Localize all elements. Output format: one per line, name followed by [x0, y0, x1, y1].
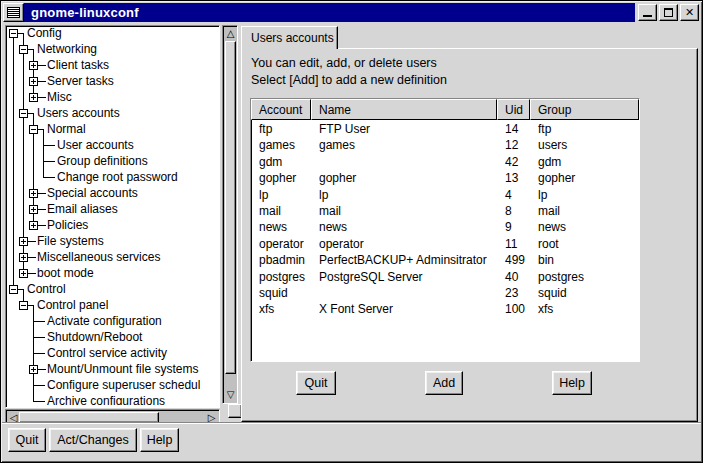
window-menu-button[interactable] [3, 3, 24, 22]
table-row[interactable]: operatoroperator11root [252, 236, 638, 252]
tree-item-networking[interactable]: Networking [37, 41, 97, 57]
cell-account: mail [252, 203, 312, 219]
app-window: gnome-linuxconf ✕ ConfigNetworkingClient… [0, 0, 703, 463]
cell-group: lp [531, 187, 638, 203]
tree-item-control-panel[interactable]: Control panel [37, 297, 108, 313]
tree-item-mount-unmount-file-systems[interactable]: Mount/Unmount file systems [47, 361, 198, 377]
cell-uid: 9 [498, 219, 531, 235]
expand-expander-icon[interactable] [29, 61, 38, 70]
scroll-down-arrow-icon[interactable]: ▽ [225, 389, 236, 401]
cell-name: lp [312, 187, 498, 203]
table-row[interactable]: gdm42gdm [252, 154, 638, 170]
cell-account: gdm [252, 154, 312, 170]
collapse-expander-icon[interactable] [19, 109, 28, 118]
table-row[interactable]: pbadminPerfectBACKUP+ Adminsitrator499bi… [252, 252, 638, 268]
expand-expander-icon[interactable] [19, 237, 28, 246]
tree-item-miscellaneous-services[interactable]: Miscellaneous services [37, 249, 160, 265]
table-row[interactable]: gamesgames12users [252, 137, 638, 153]
scroll-up-arrow-icon[interactable]: △ [225, 28, 236, 40]
tree-item-policies[interactable]: Policies [47, 217, 88, 233]
titlebar: gnome-linuxconf ✕ [3, 3, 700, 22]
expand-expander-icon[interactable] [29, 365, 38, 374]
cell-account: games [252, 137, 312, 153]
tree-item-normal[interactable]: Normal [47, 121, 86, 137]
close-button[interactable]: ✕ [680, 4, 699, 21]
tree-item-special-accounts[interactable]: Special accounts [47, 185, 138, 201]
tree-connector-line [38, 193, 46, 194]
vertical-scrollbar-thumb[interactable] [225, 41, 236, 374]
cell-account: squid [252, 285, 312, 301]
expand-expander-icon[interactable] [29, 205, 38, 214]
expand-expander-icon[interactable] [19, 269, 28, 278]
paned-resize-handle[interactable] [228, 404, 242, 418]
tree-connector-line [13, 33, 14, 289]
collapse-expander-icon[interactable] [19, 301, 28, 310]
cell-uid: 8 [498, 203, 531, 219]
tree-item-file-systems[interactable]: File systems [37, 233, 104, 249]
users-accounts-panel: You can edit, add, or delete users Selec… [241, 48, 698, 422]
table-row[interactable]: squid23squid [252, 285, 638, 301]
tree-connector-line [38, 209, 46, 210]
cell-name: PerfectBACKUP+ Adminsitrator [312, 252, 498, 268]
bottom-act-changes-button[interactable]: Act/Changes [49, 428, 137, 452]
tree-item-group-definitions[interactable]: Group definitions [57, 153, 148, 169]
tree-item-control-service-activity[interactable]: Control service activity [47, 345, 167, 361]
table-row[interactable]: xfsX Font Server100xfs [252, 301, 638, 317]
tree-item-email-aliases[interactable]: Email aliases [47, 201, 118, 217]
cell-name: news [312, 219, 498, 235]
config-tree: ConfigNetworkingClient tasksServer tasks… [8, 28, 217, 405]
maximize-button[interactable] [659, 4, 678, 21]
cell-group: squid [531, 285, 638, 301]
cell-name: mail [312, 203, 498, 219]
quit-button[interactable]: Quit [296, 371, 336, 395]
bottom-quit-button[interactable]: Quit [8, 428, 46, 452]
collapse-expander-icon[interactable] [9, 29, 18, 38]
tree-item-client-tasks[interactable]: Client tasks [47, 57, 109, 73]
collapse-expander-icon[interactable] [19, 45, 28, 54]
tree-item-server-tasks[interactable]: Server tasks [47, 73, 114, 89]
bottom-help-button[interactable]: Help [140, 428, 179, 452]
table-row[interactable]: newsnews9news [252, 219, 638, 235]
tree-item-activate-configuration[interactable]: Activate configuration [47, 313, 162, 329]
table-row[interactable]: postgresPostgreSQL Server40postgres [252, 269, 638, 285]
collapse-expander-icon[interactable] [29, 125, 38, 134]
tab-users-accounts[interactable]: Users accounts [241, 26, 338, 49]
cell-uid: 23 [498, 285, 531, 301]
tree-connector-line [28, 241, 36, 242]
tree-item-archive-configurations[interactable]: Archive configurations [47, 393, 165, 405]
tree-item-control[interactable]: Control [27, 281, 66, 297]
help-button[interactable]: Help [552, 371, 592, 395]
column-header-name[interactable]: Name [311, 99, 497, 120]
add-button[interactable]: Add [425, 371, 463, 395]
cell-uid: 11 [498, 236, 531, 252]
tree-item-change-root-password[interactable]: Change root password [57, 169, 178, 185]
tree-item-configure-superuser-schedul[interactable]: Configure superuser schedul [47, 377, 200, 393]
tree-item-misc[interactable]: Misc [47, 89, 72, 105]
notebook: Users accounts You can edit, add, or del… [241, 25, 698, 422]
expand-expander-icon[interactable] [29, 77, 38, 86]
cell-group: mail [531, 203, 638, 219]
expand-expander-icon[interactable] [29, 93, 38, 102]
expand-expander-icon[interactable] [19, 253, 28, 262]
table-row[interactable]: gophergopher13gopher [252, 170, 638, 186]
minimize-button[interactable] [638, 4, 657, 21]
tree-item-users-accounts[interactable]: Users accounts [37, 105, 120, 121]
column-header-account[interactable]: Account [251, 99, 311, 120]
table-row[interactable]: mailmail8mail [252, 203, 638, 219]
column-header-uid[interactable]: Uid [497, 99, 530, 120]
expand-expander-icon[interactable] [29, 221, 38, 230]
tree-item-boot-mode[interactable]: boot mode [37, 265, 94, 281]
tree-item-user-accounts[interactable]: User accounts [57, 137, 134, 153]
cell-name: X Font Server [312, 301, 498, 317]
column-header-group[interactable]: Group [530, 99, 639, 120]
tree-item-shutdown-reboot[interactable]: Shutdown/Reboot [47, 329, 142, 345]
table-row[interactable]: ftpFTP User14ftp [252, 121, 638, 137]
tree-connector-line [38, 225, 46, 226]
table-row[interactable]: lplp4lp [252, 187, 638, 203]
tree-item-config[interactable]: Config [27, 28, 62, 41]
collapse-expander-icon[interactable] [9, 285, 18, 294]
expand-expander-icon[interactable] [29, 189, 38, 198]
tree-connector-line [43, 177, 55, 178]
cell-name: FTP User [312, 121, 498, 137]
tree-vertical-scrollbar[interactable]: △ ▽ [222, 25, 238, 404]
